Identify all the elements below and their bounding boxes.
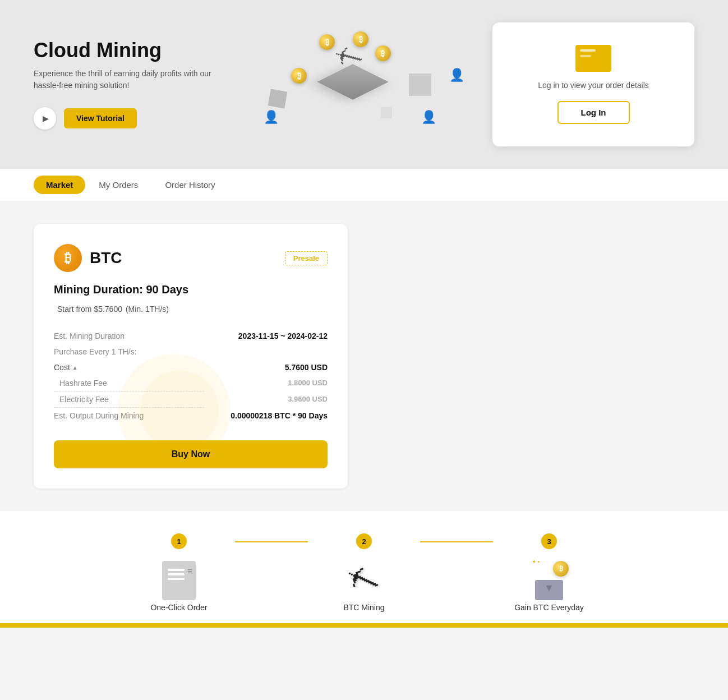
connector-1 xyxy=(235,541,308,542)
sort-icon: ▲ xyxy=(72,365,78,371)
small-block-3 xyxy=(409,73,431,96)
start-from: Start from $5.7600(Min. 1TH/s) xyxy=(54,302,328,315)
table-row: Purchase Every 1 TH/s: xyxy=(54,344,328,360)
step-1-number: 1 xyxy=(171,533,187,549)
nav-tabs: Market My Orders Order History xyxy=(0,169,728,201)
mining-block-illustration xyxy=(317,64,388,100)
hero-subtitle: Experience the thrill of earning daily p… xyxy=(34,68,213,91)
step-1-group: 1 One-Click Order xyxy=(123,533,235,612)
step-1-label: One-Click Order xyxy=(150,603,207,612)
electricity-fee-value: 3.9600 USD xyxy=(204,392,328,408)
steps-section: 1 One-Click Order 2 ⛏ BTC Mining 3 ✦ • ₿ xyxy=(0,511,728,623)
hashrate-fee-value: 1.8000 USD xyxy=(204,375,328,392)
cost-label: Cost ▲ xyxy=(54,360,137,375)
est-output-row: Est. Output During Mining 0.00000218 BTC… xyxy=(54,408,328,424)
coin-2-icon: ₿ xyxy=(375,45,391,61)
person-2-icon: 👤 xyxy=(421,110,436,125)
main-content: ₿ BTC Presale Mining Duration: 90 Days S… xyxy=(0,201,728,511)
connector-2 xyxy=(420,541,493,542)
hashrate-row: Hashrate Fee 1.8000 USD xyxy=(54,375,328,392)
tab-order-history[interactable]: Order History xyxy=(151,170,228,200)
cost-row: Cost ▲ 5.7600 USD xyxy=(54,360,328,375)
hashrate-fee-label: Hashrate Fee xyxy=(54,375,204,392)
doc-icon xyxy=(162,561,196,600)
step-2-top: 2 xyxy=(308,533,420,549)
cost-value: 5.7600 USD xyxy=(204,360,328,375)
step-3-label: Gain BTC Everyday xyxy=(514,603,584,612)
step-1-icon xyxy=(156,558,201,603)
small-block-1 xyxy=(268,89,287,108)
est-output-value: 0.00000218 BTC * 90 Days xyxy=(204,408,328,424)
btc-circle-icon: ₿ xyxy=(54,244,82,272)
reward-icon-wrap: ✦ • ₿ xyxy=(529,561,569,600)
login-card: Log in to view your order details Log In xyxy=(492,22,694,146)
mining-duration: Mining Duration: 90 Days xyxy=(54,283,328,296)
step-3-top: 3 xyxy=(493,533,605,549)
small-block-2 xyxy=(381,107,392,118)
purchase-value xyxy=(204,344,328,360)
play-button[interactable] xyxy=(34,107,56,130)
btc-label: BTC xyxy=(90,249,122,267)
buy-now-button[interactable]: Buy Now xyxy=(54,440,328,468)
order-details-icon xyxy=(575,45,611,72)
step-2-icon: ⛏ xyxy=(342,558,386,603)
info-table: Est. Mining Duration 2023-11-15 ~ 2024-0… xyxy=(54,328,328,423)
est-mining-label: Est. Mining Duration xyxy=(54,328,204,344)
footer-bar xyxy=(0,623,728,628)
electricity-row: Electricity Fee 3.9600 USD xyxy=(54,392,328,408)
login-button[interactable]: Log In xyxy=(557,101,630,124)
step-3-group: 3 ✦ • ₿ Gain BTC Everyday xyxy=(493,533,605,612)
step-3-icon: ✦ • ₿ xyxy=(527,558,572,603)
tab-market[interactable]: Market xyxy=(34,176,85,194)
hero-illustration: ₿ ₿ ₿ ₿ ⛏ 👤 👤 👤 xyxy=(213,23,492,146)
tab-my-orders[interactable]: My Orders xyxy=(85,170,151,200)
pickaxe-step-icon: ⛏ xyxy=(346,561,382,600)
est-mining-value: 2023-11-15 ~ 2024-02-12 xyxy=(204,328,328,344)
hero-actions: View Tutorial xyxy=(34,107,213,130)
step-2-number: 2 xyxy=(356,533,372,549)
envelope-icon xyxy=(535,580,563,600)
min-label: (Min. 1TH/s) xyxy=(126,305,169,314)
step-2-group: 2 ⛏ BTC Mining xyxy=(308,533,420,612)
hero-left: Cloud Mining Experience the thrill of ea… xyxy=(34,39,213,130)
start-from-price: Start from $5.7600 xyxy=(57,305,122,314)
hero-title: Cloud Mining xyxy=(34,39,213,62)
electricity-fee-label: Electricity Fee xyxy=(54,392,204,408)
card-header: ₿ BTC Presale xyxy=(54,244,328,272)
table-row: Est. Mining Duration 2023-11-15 ~ 2024-0… xyxy=(54,328,328,344)
step-1-top: 1 xyxy=(123,533,235,549)
view-tutorial-button[interactable]: View Tutorial xyxy=(64,108,137,128)
person-3-icon: 👤 xyxy=(449,68,464,82)
reward-coin-icon: ₿ xyxy=(553,561,569,577)
purchase-label: Purchase Every 1 TH/s: xyxy=(54,344,204,360)
reward-dots-icon: ✦ • xyxy=(532,559,540,565)
login-card-text: Log in to view your order details xyxy=(513,81,674,90)
step-3-number: 3 xyxy=(541,533,557,549)
step-2-label: BTC Mining xyxy=(343,603,384,612)
btc-icon-wrap: ₿ BTC xyxy=(54,244,122,272)
coin-1-icon: ₿ xyxy=(319,34,335,50)
person-1-icon: 👤 xyxy=(264,110,279,125)
presale-badge: Presale xyxy=(285,251,328,265)
mining-card: ₿ BTC Presale Mining Duration: 90 Days S… xyxy=(34,224,348,489)
coin-3-icon: ₿ xyxy=(291,68,307,84)
card-graphic-icon xyxy=(575,45,611,72)
hero-section: Cloud Mining Experience the thrill of ea… xyxy=(0,0,728,169)
est-output-label: Est. Output During Mining xyxy=(54,408,204,424)
